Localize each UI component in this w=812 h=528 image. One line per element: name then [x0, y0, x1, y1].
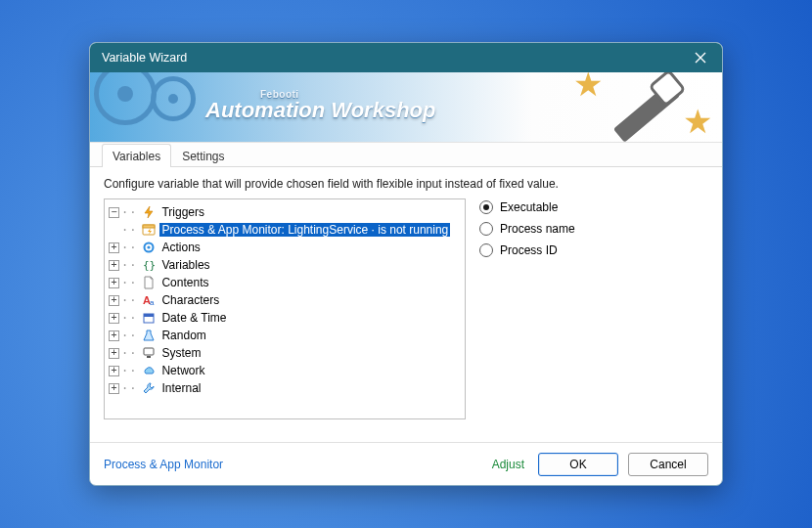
expand-icon[interactable]: + — [109, 260, 119, 271]
radio-group: Executable Process name Process ID — [479, 198, 575, 436]
monitor-icon — [141, 345, 157, 361]
tree-node-random[interactable]: +·· Random — [107, 327, 463, 344]
svg-rect-9 — [144, 348, 154, 355]
tree-label: Contents — [159, 276, 210, 289]
gear-icon — [151, 76, 196, 121]
dialog-window: Variable Wizard ★ ★ Febooti Automation W… — [89, 42, 723, 486]
radio-executable[interactable]: Executable — [479, 200, 575, 214]
document-icon — [141, 275, 157, 290]
close-button[interactable] — [689, 46, 712, 69]
tree-node-network[interactable]: +·· Network — [107, 362, 463, 379]
tree-label: Triggers — [159, 205, 206, 219]
radio-process-name[interactable]: Process name — [479, 222, 575, 236]
svg-rect-1 — [143, 225, 155, 228]
tree-panel[interactable]: − ·· Triggers ·· Process — [104, 198, 466, 419]
context-link[interactable]: Process & App Monitor — [104, 458, 223, 471]
tree-node-process-monitor[interactable]: ·· Process & App Monitor: LightingServic… — [107, 221, 463, 239]
tree-node-internal[interactable]: +·· Internal — [107, 379, 463, 397]
braces-icon: {} — [141, 257, 157, 273]
tree-node-triggers[interactable]: − ·· Triggers — [107, 203, 463, 221]
tree-node-datetime[interactable]: +·· Date & Time — [107, 309, 463, 327]
tree-label: Variables — [159, 258, 211, 272]
tree-node-actions[interactable]: +·· Actions — [107, 239, 463, 256]
close-icon — [695, 52, 706, 64]
tree-label: Characters — [159, 293, 221, 307]
expand-icon[interactable]: + — [109, 242, 119, 253]
radio-icon — [479, 243, 493, 257]
brand-title: Automation Workshop — [205, 98, 435, 122]
tree-node-contents[interactable]: +·· Contents — [107, 274, 463, 291]
tree-label: System — [159, 346, 203, 360]
radio-label: Process ID — [500, 243, 558, 257]
tree-node-variables[interactable]: +·· {} Variables — [107, 256, 463, 274]
svg-text:a: a — [150, 298, 155, 307]
radio-icon — [479, 222, 493, 236]
wrench-icon — [141, 380, 157, 396]
letter-a-icon: Aa — [141, 292, 157, 308]
adjust-link[interactable]: Adjust — [492, 458, 524, 471]
expand-icon[interactable]: + — [109, 295, 119, 306]
tree-label: Random — [159, 329, 207, 342]
radio-icon — [479, 200, 493, 214]
expand-icon[interactable]: + — [109, 330, 119, 341]
expand-icon[interactable]: + — [109, 313, 119, 324]
expand-icon[interactable]: + — [109, 366, 119, 376]
gear-icon — [94, 72, 157, 125]
tree-node-system[interactable]: +·· System — [107, 344, 463, 362]
cloud-icon — [141, 363, 157, 378]
collapse-icon[interactable]: − — [109, 207, 119, 218]
brand-logo: Febooti Automation Workshop — [205, 90, 435, 121]
tab-strip: Variables Settings — [90, 143, 722, 167]
tree-label: Actions — [159, 241, 202, 254]
dialog-footer: Process & App Monitor Adjust OK Cancel — [90, 442, 722, 485]
tree-node-characters[interactable]: +·· Aa Characters — [107, 291, 463, 309]
svg-rect-10 — [147, 356, 151, 358]
expand-icon[interactable]: + — [109, 278, 119, 288]
window-title: Variable Wizard — [102, 51, 187, 65]
tree-label-selected: Process & App Monitor: LightingService ·… — [159, 223, 450, 237]
svg-point-3 — [148, 245, 151, 248]
window-bolt-icon — [141, 222, 157, 238]
cancel-button[interactable]: Cancel — [628, 453, 708, 476]
expand-icon[interactable]: + — [109, 348, 119, 359]
titlebar: Variable Wizard — [90, 43, 722, 72]
radio-process-id[interactable]: Process ID — [479, 243, 575, 257]
radio-label: Executable — [500, 200, 558, 214]
instruction-text: Configure variable that will provide cho… — [90, 167, 722, 198]
svg-rect-8 — [144, 314, 154, 317]
tab-variables[interactable]: Variables — [102, 144, 171, 167]
wand-icon — [597, 72, 683, 141]
calendar-icon — [141, 310, 157, 326]
star-icon: ★ — [683, 102, 712, 141]
tab-settings[interactable]: Settings — [171, 144, 235, 167]
dialog-body: − ·· Triggers ·· Process — [90, 198, 722, 442]
banner: ★ ★ Febooti Automation Workshop — [90, 72, 722, 143]
radio-label: Process name — [500, 222, 575, 236]
gear-small-icon — [141, 240, 157, 255]
ok-button[interactable]: OK — [538, 453, 618, 476]
tree-label: Internal — [159, 381, 203, 395]
flask-icon — [141, 328, 157, 343]
bolt-icon — [141, 204, 157, 220]
expand-icon[interactable]: + — [109, 383, 119, 394]
tree-label: Network — [159, 364, 206, 377]
tree-label: Date & Time — [159, 311, 228, 325]
svg-text:{}: {} — [143, 259, 156, 272]
